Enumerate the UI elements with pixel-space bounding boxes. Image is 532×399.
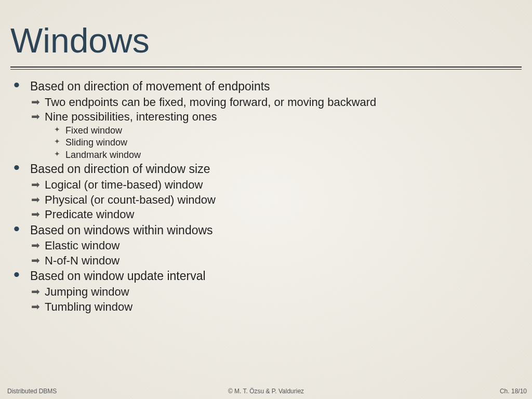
bullet-level2: N-of-N window [14, 254, 522, 268]
bullet-level2: Physical (or count-based) window [14, 193, 522, 207]
bullet-level1: Based on window update interval [14, 269, 522, 284]
bullet-level1: Based on windows within windows [14, 223, 522, 238]
bullet-level2: Tumbling window [14, 300, 522, 314]
slide-title: Windows [10, 0, 522, 64]
bullet-level3: Fixed window [14, 125, 522, 137]
bullet-level3: Landmark window [14, 149, 522, 161]
bullet-level2: Logical (or time-based) window [14, 178, 522, 192]
title-divider [10, 66, 522, 70]
bullet-level3: Sliding window [14, 137, 522, 149]
footer-center: © M. T. Özsu & P. Valduriez [228, 388, 304, 395]
bullet-level2: Two endpoints can be fixed, moving forwa… [14, 95, 522, 110]
bullet-level2: Predicate window [14, 207, 522, 222]
slide: Windows Based on direction of movement o… [0, 0, 532, 399]
footer-right: Ch. 18/10 [500, 388, 527, 395]
slide-content: Based on direction of movement of endpoi… [10, 79, 522, 314]
bullet-level2: Elastic window [14, 238, 522, 253]
bullet-level1: Based on direction of window size [14, 162, 522, 177]
bullet-level1: Based on direction of movement of endpoi… [14, 79, 522, 94]
footer-left: Distributed DBMS [7, 388, 57, 395]
bullet-level2: Jumping window [14, 285, 522, 299]
bullet-level2: Nine possibilities, interesting ones [14, 110, 522, 124]
